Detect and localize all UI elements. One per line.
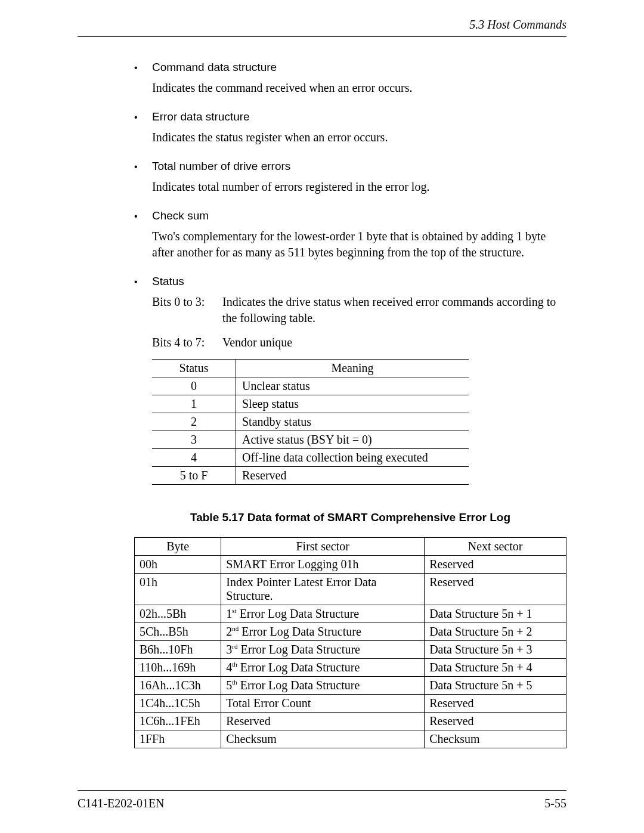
cell: Reserved bbox=[236, 467, 469, 485]
table-row: 0Unclear status bbox=[152, 377, 469, 395]
table-row: 02h...5Bh 1st Error Log Data Structure D… bbox=[135, 605, 566, 623]
bits-text: Indicates the drive status when received… bbox=[222, 294, 566, 326]
smart-table: Byte First sector Next sector 00h SMART … bbox=[134, 537, 566, 748]
cell: 1C4h...1C5h bbox=[135, 695, 221, 713]
page: 5.3 Host Commands • Command data structu… bbox=[0, 0, 644, 833]
bullet-icon: • bbox=[134, 277, 152, 287]
cell: 00h bbox=[135, 556, 221, 574]
bits-row: Bits 0 to 3: Indicates the drive status … bbox=[152, 294, 566, 326]
cell: 16Ah...1C3h bbox=[135, 677, 221, 695]
bullet-desc: Indicates total number of errors registe… bbox=[152, 179, 566, 195]
cell: B6h...10Fh bbox=[135, 641, 221, 659]
cell: Index Pointer Latest Error Data Structur… bbox=[221, 574, 425, 605]
bullet-item: • Status Bits 0 to 3: Indicates the driv… bbox=[134, 275, 566, 485]
cell: Data Structure 5n + 3 bbox=[425, 641, 566, 659]
cell: Active status (BSY bit = 0) bbox=[236, 431, 469, 449]
section-label: 5.3 Host Commands bbox=[469, 18, 566, 31]
cell: Checksum bbox=[425, 730, 566, 748]
bullet-desc: Indicates the status register when an er… bbox=[152, 129, 566, 145]
bullet-icon: • bbox=[134, 211, 152, 222]
cell: 5th Error Log Data Structure bbox=[221, 677, 425, 695]
cell: Standby status bbox=[236, 413, 469, 431]
cell: Data Structure 5n + 4 bbox=[425, 659, 566, 677]
cell: Data Structure 5n + 5 bbox=[425, 677, 566, 695]
cell: Reserved bbox=[425, 574, 566, 605]
cell: 1 bbox=[152, 395, 236, 413]
cell: Data Structure 5n + 1 bbox=[425, 605, 566, 623]
bits-label: Bits 4 to 7: bbox=[152, 335, 222, 351]
bullet-title: Check sum bbox=[152, 209, 209, 222]
cell: 3 bbox=[152, 431, 236, 449]
cell: Total Error Count bbox=[221, 695, 425, 713]
bullet-item: • Command data structure Indicates the c… bbox=[134, 61, 566, 96]
bullet-item: • Error data structure Indicates the sta… bbox=[134, 110, 566, 145]
cell: 02h...5Bh bbox=[135, 605, 221, 623]
cell: Reserved bbox=[221, 713, 425, 730]
table-row: 01h Index Pointer Latest Error Data Stru… bbox=[135, 574, 566, 605]
col-header: Byte bbox=[135, 538, 221, 556]
col-header: First sector bbox=[221, 538, 425, 556]
bullet-item: • Total number of drive errors Indicates… bbox=[134, 160, 566, 195]
bullet-title: Command data structure bbox=[152, 61, 277, 74]
cell: 1C6h...1FEh bbox=[135, 713, 221, 730]
cell: 2 bbox=[152, 413, 236, 431]
page-footer: C141-E202-01EN 5-55 bbox=[78, 790, 566, 810]
page-number: 5-55 bbox=[544, 797, 566, 810]
table-row: 4Off-line data collection being executed bbox=[152, 449, 469, 467]
cell: 4th Error Log Data Structure bbox=[221, 659, 425, 677]
cell: Reserved bbox=[425, 713, 566, 730]
cell: 1FFh bbox=[135, 730, 221, 748]
col-header: Next sector bbox=[425, 538, 566, 556]
table-row: 5Ch...B5h 2nd Error Log Data Structure D… bbox=[135, 623, 566, 641]
bits-label: Bits 0 to 3: bbox=[152, 294, 222, 326]
cell: 110h...169h bbox=[135, 659, 221, 677]
bullet-item: • Check sum Two's complementary for the … bbox=[134, 209, 566, 261]
bullet-desc: Indicates the command received when an e… bbox=[152, 80, 566, 96]
cell: SMART Error Logging 01h bbox=[221, 556, 425, 574]
cell: Reserved bbox=[425, 695, 566, 713]
bullet-title: Total number of drive errors bbox=[152, 160, 290, 173]
col-header: Meaning bbox=[236, 360, 469, 377]
page-header: 5.3 Host Commands bbox=[78, 18, 566, 37]
table-row: B6h...10Fh 3rd Error Log Data Structure … bbox=[135, 641, 566, 659]
table-row: 1FFh Checksum Checksum bbox=[135, 730, 566, 748]
cell: Off-line data collection being executed bbox=[236, 449, 469, 467]
table-row: 110h...169h 4th Error Log Data Structure… bbox=[135, 659, 566, 677]
content-area: • Command data structure Indicates the c… bbox=[78, 61, 566, 748]
table-row: 1C6h...1FEh Reserved Reserved bbox=[135, 713, 566, 730]
cell: 5Ch...B5h bbox=[135, 623, 221, 641]
cell: Unclear status bbox=[236, 377, 469, 395]
col-header: Status bbox=[152, 360, 236, 377]
cell: 2nd Error Log Data Structure bbox=[221, 623, 425, 641]
table-row: 2Standby status bbox=[152, 413, 469, 431]
cell: Reserved bbox=[425, 556, 566, 574]
bullet-icon: • bbox=[134, 112, 152, 123]
cell: Checksum bbox=[221, 730, 425, 748]
table-header-row: Status Meaning bbox=[152, 360, 469, 377]
bullet-icon: • bbox=[134, 63, 152, 73]
cell: 4 bbox=[152, 449, 236, 467]
bullet-desc: Two's complementary for the lowest-order… bbox=[152, 228, 566, 261]
table-row: 00h SMART Error Logging 01h Reserved bbox=[135, 556, 566, 574]
table-header-row: Byte First sector Next sector bbox=[135, 538, 566, 556]
table-caption: Table 5.17 Data format of SMART Comprehe… bbox=[134, 511, 566, 524]
status-table: Status Meaning 0Unclear status 1Sleep st… bbox=[152, 359, 469, 485]
cell: 0 bbox=[152, 377, 236, 395]
bits-text: Vendor unique bbox=[222, 335, 566, 351]
table-row: 16Ah...1C3h 5th Error Log Data Structure… bbox=[135, 677, 566, 695]
bullet-title: Error data structure bbox=[152, 110, 250, 123]
cell: Sleep status bbox=[236, 395, 469, 413]
table-row: 3Active status (BSY bit = 0) bbox=[152, 431, 469, 449]
doc-id: C141-E202-01EN bbox=[78, 797, 165, 810]
table-row: 1C4h...1C5h Total Error Count Reserved bbox=[135, 695, 566, 713]
cell: 01h bbox=[135, 574, 221, 605]
cell: 3rd Error Log Data Structure bbox=[221, 641, 425, 659]
table-row: 5 to FReserved bbox=[152, 467, 469, 485]
bullet-icon: • bbox=[134, 162, 152, 172]
cell: 1st Error Log Data Structure bbox=[221, 605, 425, 623]
table-row: 1Sleep status bbox=[152, 395, 469, 413]
bits-row: Bits 4 to 7: Vendor unique bbox=[152, 335, 566, 351]
cell: Data Structure 5n + 2 bbox=[425, 623, 566, 641]
cell: 5 to F bbox=[152, 467, 236, 485]
bullet-title: Status bbox=[152, 275, 184, 288]
